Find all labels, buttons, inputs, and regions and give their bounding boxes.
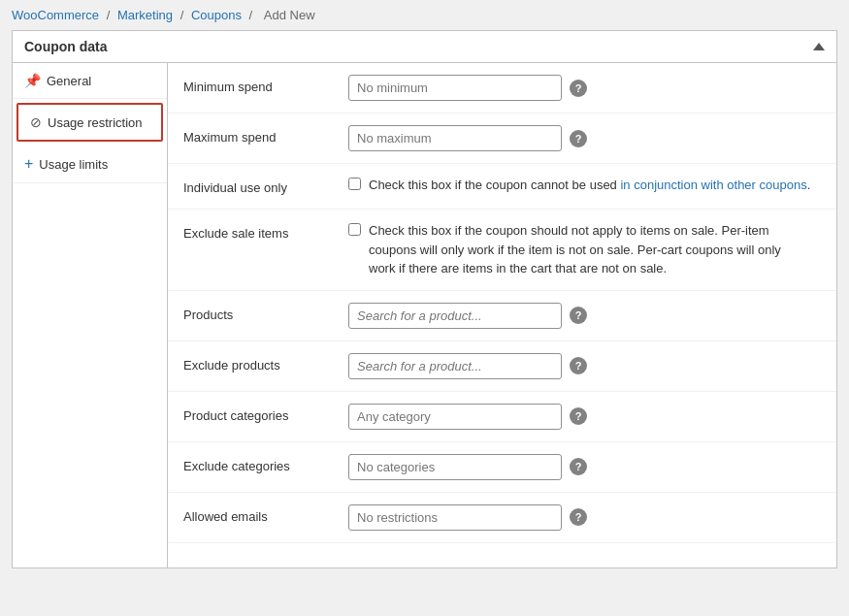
individual-use-label: Individual use only <box>183 176 348 197</box>
breadcrumb-marketing[interactable]: Marketing <box>117 8 173 22</box>
maximum-spend-field: ? <box>348 125 821 151</box>
product-categories-input[interactable] <box>348 404 562 430</box>
exclude-categories-label: Exclude categories <box>183 454 348 475</box>
products-field: ? <box>348 303 821 329</box>
maximum-spend-row: Maximum spend ? <box>168 113 836 164</box>
breadcrumb-current: Add New <box>264 8 315 22</box>
products-input[interactable] <box>348 303 562 329</box>
sidebar-item-general[interactable]: 📌 General <box>13 63 167 99</box>
allowed-emails-input[interactable] <box>348 504 562 531</box>
individual-use-row: Individual use only Check this box if th… <box>168 164 836 210</box>
exclude-categories-row: Exclude categories ? <box>168 442 836 493</box>
general-icon: 📌 <box>24 73 41 88</box>
exclude-products-label: Exclude products <box>183 353 348 374</box>
individual-use-text: Check this box if the coupon cannot be u… <box>369 176 810 195</box>
individual-use-field: Check this box if the coupon cannot be u… <box>348 176 821 195</box>
coupon-data-box: Coupon data 📌 General ⊘ Usage restrictio… <box>12 30 837 568</box>
exclude-sale-items-checkbox-wrapper: Check this box if the coupon should not … <box>348 221 795 278</box>
minimum-spend-input[interactable] <box>348 75 562 101</box>
exclude-categories-input[interactable] <box>348 454 562 480</box>
content-area: Minimum spend ? Maximum spend ? Individu… <box>168 63 836 567</box>
exclude-products-field: ? <box>348 353 821 379</box>
exclude-categories-field: ? <box>348 454 821 480</box>
maximum-spend-input[interactable] <box>348 125 562 151</box>
exclude-sale-items-label: Exclude sale items <box>183 221 348 243</box>
exclude-products-input[interactable] <box>348 353 562 379</box>
exclude-sale-items-field: Check this box if the coupon should not … <box>348 221 795 278</box>
exclude-sale-items-row: Exclude sale items Check this box if the… <box>168 210 836 291</box>
products-row: Products ? <box>168 291 836 341</box>
maximum-spend-label: Maximum spend <box>183 125 348 146</box>
collapse-icon[interactable] <box>813 43 825 50</box>
individual-use-checkbox-wrapper: Check this box if the coupon cannot be u… <box>348 176 810 195</box>
products-label: Products <box>183 303 348 324</box>
allowed-emails-field: ? <box>348 504 821 531</box>
usage-limits-icon: + <box>24 155 33 173</box>
minimum-spend-field: ? <box>348 75 821 101</box>
minimum-spend-row: Minimum spend ? <box>168 63 836 113</box>
exclude-categories-help[interactable]: ? <box>570 458 587 475</box>
coupon-data-header: Coupon data <box>13 31 836 63</box>
minimum-spend-help[interactable]: ? <box>570 80 587 97</box>
products-help[interactable]: ? <box>570 307 587 324</box>
breadcrumb-coupons[interactable]: Coupons <box>191 8 242 22</box>
exclude-sale-items-checkbox[interactable] <box>348 223 361 236</box>
sidebar: 📌 General ⊘ Usage restriction + Usage li… <box>13 63 168 567</box>
allowed-emails-label: Allowed emails <box>183 504 348 526</box>
coupon-data-title: Coupon data <box>24 39 108 54</box>
minimum-spend-label: Minimum spend <box>183 75 348 96</box>
product-categories-row: Product categories ? <box>168 392 836 442</box>
coupon-data-body: 📌 General ⊘ Usage restriction + Usage li… <box>13 63 836 567</box>
allowed-emails-row: Allowed emails ? <box>168 493 836 543</box>
product-categories-help[interactable]: ? <box>570 407 587 425</box>
product-categories-label: Product categories <box>183 404 348 425</box>
breadcrumb-woocommerce[interactable]: WooCommerce <box>12 8 99 22</box>
sidebar-item-usage-restriction[interactable]: ⊘ Usage restriction <box>16 103 163 142</box>
sidebar-label-general: General <box>47 74 91 88</box>
individual-use-checkbox[interactable] <box>348 178 361 190</box>
exclude-products-help[interactable]: ? <box>570 357 587 374</box>
product-categories-field: ? <box>348 404 821 430</box>
sidebar-item-usage-limits[interactable]: + Usage limits <box>13 146 167 183</box>
exclude-products-row: Exclude products ? <box>168 341 836 392</box>
sidebar-label-usage-limits: Usage limits <box>39 157 108 172</box>
usage-restriction-icon: ⊘ <box>30 114 42 130</box>
exclude-sale-items-text: Check this box if the coupon should not … <box>369 221 795 278</box>
sidebar-label-usage-restriction: Usage restriction <box>48 115 143 130</box>
allowed-emails-help[interactable]: ? <box>570 508 587 526</box>
maximum-spend-help[interactable]: ? <box>570 130 587 147</box>
breadcrumb: WooCommerce / Marketing / Coupons / Add … <box>0 0 849 30</box>
